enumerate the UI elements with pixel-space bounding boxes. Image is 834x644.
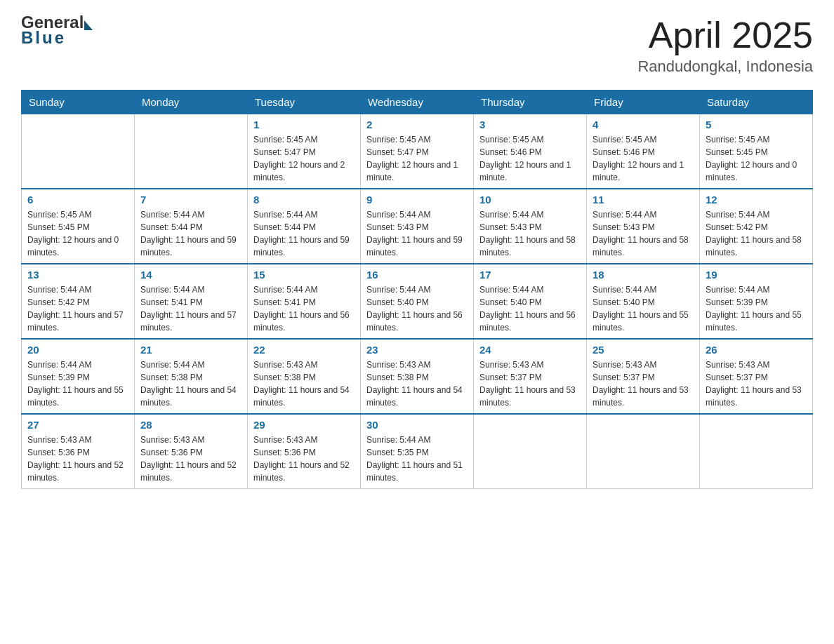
calendar-cell: 1Sunrise: 5:45 AMSunset: 5:47 PMDaylight… bbox=[248, 114, 361, 189]
calendar-cell: 16Sunrise: 5:44 AMSunset: 5:40 PMDayligh… bbox=[361, 264, 474, 339]
day-number: 25 bbox=[593, 344, 694, 356]
day-number: 20 bbox=[27, 344, 128, 356]
day-info: Sunrise: 5:43 AMSunset: 5:36 PMDaylight:… bbox=[253, 434, 355, 484]
month-title: April 2025 bbox=[637, 14, 813, 56]
calendar-cell: 13Sunrise: 5:44 AMSunset: 5:42 PMDayligh… bbox=[22, 264, 135, 339]
calendar-cell bbox=[135, 114, 248, 189]
day-number: 6 bbox=[27, 194, 128, 206]
calendar-cell: 23Sunrise: 5:43 AMSunset: 5:38 PMDayligh… bbox=[361, 339, 474, 414]
calendar-cell bbox=[587, 414, 700, 489]
day-info: Sunrise: 5:44 AMSunset: 5:39 PMDaylight:… bbox=[706, 283, 807, 334]
day-info: Sunrise: 5:43 AMSunset: 5:38 PMDaylight:… bbox=[253, 358, 355, 409]
calendar-cell bbox=[22, 114, 135, 189]
calendar-header-row: SundayMondayTuesdayWednesdayThursdayFrid… bbox=[22, 90, 813, 114]
day-number: 14 bbox=[140, 269, 241, 281]
calendar-cell: 30Sunrise: 5:44 AMSunset: 5:35 PMDayligh… bbox=[361, 414, 474, 489]
day-info: Sunrise: 5:43 AMSunset: 5:36 PMDaylight:… bbox=[140, 434, 241, 484]
day-info: Sunrise: 5:44 AMSunset: 5:40 PMDaylight:… bbox=[593, 283, 694, 334]
calendar-cell: 6Sunrise: 5:45 AMSunset: 5:45 PMDaylight… bbox=[22, 189, 135, 264]
calendar-cell: 3Sunrise: 5:45 AMSunset: 5:46 PMDaylight… bbox=[474, 114, 587, 189]
day-number: 13 bbox=[27, 269, 128, 281]
calendar-cell: 22Sunrise: 5:43 AMSunset: 5:38 PMDayligh… bbox=[248, 339, 361, 414]
calendar-cell: 12Sunrise: 5:44 AMSunset: 5:42 PMDayligh… bbox=[700, 189, 813, 264]
day-number: 3 bbox=[479, 119, 581, 130]
calendar-cell: 26Sunrise: 5:43 AMSunset: 5:37 PMDayligh… bbox=[700, 339, 813, 414]
day-number: 18 bbox=[593, 269, 694, 281]
day-number: 11 bbox=[593, 194, 694, 206]
calendar-cell: 29Sunrise: 5:43 AMSunset: 5:36 PMDayligh… bbox=[248, 414, 361, 489]
calendar-header-wednesday: Wednesday bbox=[361, 90, 474, 114]
day-number: 19 bbox=[706, 269, 807, 281]
calendar-header-tuesday: Tuesday bbox=[248, 90, 361, 114]
day-info: Sunrise: 5:44 AMSunset: 5:44 PMDaylight:… bbox=[253, 208, 355, 259]
day-number: 27 bbox=[27, 419, 128, 431]
day-number: 17 bbox=[479, 269, 581, 281]
calendar-cell: 5Sunrise: 5:45 AMSunset: 5:45 PMDaylight… bbox=[700, 114, 813, 189]
day-number: 16 bbox=[366, 269, 468, 281]
day-info: Sunrise: 5:44 AMSunset: 5:43 PMDaylight:… bbox=[479, 208, 581, 259]
day-info: Sunrise: 5:45 AMSunset: 5:46 PMDaylight:… bbox=[479, 133, 581, 184]
calendar-cell: 20Sunrise: 5:44 AMSunset: 5:39 PMDayligh… bbox=[22, 339, 135, 414]
day-info: Sunrise: 5:44 AMSunset: 5:40 PMDaylight:… bbox=[366, 283, 468, 334]
day-info: Sunrise: 5:44 AMSunset: 5:41 PMDaylight:… bbox=[253, 283, 355, 334]
day-number: 4 bbox=[593, 119, 694, 130]
day-info: Sunrise: 5:43 AMSunset: 5:38 PMDaylight:… bbox=[366, 358, 468, 409]
calendar-header-thursday: Thursday bbox=[474, 90, 587, 114]
day-number: 22 bbox=[253, 344, 355, 356]
calendar-cell: 14Sunrise: 5:44 AMSunset: 5:41 PMDayligh… bbox=[135, 264, 248, 339]
calendar-cell: 2Sunrise: 5:45 AMSunset: 5:47 PMDaylight… bbox=[361, 114, 474, 189]
calendar-week-row: 1Sunrise: 5:45 AMSunset: 5:47 PMDaylight… bbox=[22, 114, 813, 189]
calendar-week-row: 20Sunrise: 5:44 AMSunset: 5:39 PMDayligh… bbox=[22, 339, 813, 414]
day-info: Sunrise: 5:44 AMSunset: 5:38 PMDaylight:… bbox=[140, 358, 241, 409]
calendar-cell bbox=[474, 414, 587, 489]
day-number: 21 bbox=[140, 344, 241, 356]
calendar-header-saturday: Saturday bbox=[700, 90, 813, 114]
calendar-header-monday: Monday bbox=[135, 90, 248, 114]
location-text: Randudongkal, Indonesia bbox=[637, 58, 813, 76]
calendar-cell: 18Sunrise: 5:44 AMSunset: 5:40 PMDayligh… bbox=[587, 264, 700, 339]
day-info: Sunrise: 5:43 AMSunset: 5:37 PMDaylight:… bbox=[706, 358, 807, 409]
calendar-table: SundayMondayTuesdayWednesdayThursdayFrid… bbox=[21, 90, 813, 489]
day-info: Sunrise: 5:44 AMSunset: 5:40 PMDaylight:… bbox=[479, 283, 581, 334]
calendar-cell: 28Sunrise: 5:43 AMSunset: 5:36 PMDayligh… bbox=[135, 414, 248, 489]
day-info: Sunrise: 5:43 AMSunset: 5:37 PMDaylight:… bbox=[479, 358, 581, 409]
day-info: Sunrise: 5:44 AMSunset: 5:43 PMDaylight:… bbox=[366, 208, 468, 259]
calendar-cell: 24Sunrise: 5:43 AMSunset: 5:37 PMDayligh… bbox=[474, 339, 587, 414]
day-number: 7 bbox=[140, 194, 241, 206]
day-number: 23 bbox=[366, 344, 468, 356]
day-info: Sunrise: 5:43 AMSunset: 5:36 PMDaylight:… bbox=[27, 434, 128, 484]
calendar-week-row: 13Sunrise: 5:44 AMSunset: 5:42 PMDayligh… bbox=[22, 264, 813, 339]
day-info: Sunrise: 5:45 AMSunset: 5:47 PMDaylight:… bbox=[366, 133, 468, 184]
calendar-cell: 8Sunrise: 5:44 AMSunset: 5:44 PMDaylight… bbox=[248, 189, 361, 264]
day-info: Sunrise: 5:44 AMSunset: 5:44 PMDaylight:… bbox=[140, 208, 241, 259]
day-info: Sunrise: 5:45 AMSunset: 5:46 PMDaylight:… bbox=[593, 133, 694, 184]
day-info: Sunrise: 5:44 AMSunset: 5:42 PMDaylight:… bbox=[706, 208, 807, 259]
calendar-cell: 11Sunrise: 5:44 AMSunset: 5:43 PMDayligh… bbox=[587, 189, 700, 264]
day-info: Sunrise: 5:45 AMSunset: 5:47 PMDaylight:… bbox=[253, 133, 355, 184]
day-number: 10 bbox=[479, 194, 581, 206]
calendar-cell: 19Sunrise: 5:44 AMSunset: 5:39 PMDayligh… bbox=[700, 264, 813, 339]
day-number: 2 bbox=[366, 119, 468, 130]
day-number: 9 bbox=[366, 194, 468, 206]
day-info: Sunrise: 5:44 AMSunset: 5:41 PMDaylight:… bbox=[140, 283, 241, 334]
day-info: Sunrise: 5:44 AMSunset: 5:35 PMDaylight:… bbox=[366, 434, 468, 484]
calendar-header-friday: Friday bbox=[587, 90, 700, 114]
calendar-cell: 25Sunrise: 5:43 AMSunset: 5:37 PMDayligh… bbox=[587, 339, 700, 414]
calendar-cell: 21Sunrise: 5:44 AMSunset: 5:38 PMDayligh… bbox=[135, 339, 248, 414]
day-number: 24 bbox=[479, 344, 581, 356]
day-number: 1 bbox=[253, 119, 355, 130]
day-info: Sunrise: 5:43 AMSunset: 5:37 PMDaylight:… bbox=[593, 358, 694, 409]
page-header: General Blue April 2025 Randudongkal, In… bbox=[21, 14, 813, 76]
day-info: Sunrise: 5:45 AMSunset: 5:45 PMDaylight:… bbox=[706, 133, 807, 184]
calendar-week-row: 6Sunrise: 5:45 AMSunset: 5:45 PMDaylight… bbox=[22, 189, 813, 264]
calendar-header-sunday: Sunday bbox=[22, 90, 135, 114]
logo-arrow-icon bbox=[84, 20, 93, 30]
day-info: Sunrise: 5:44 AMSunset: 5:39 PMDaylight:… bbox=[27, 358, 128, 409]
day-number: 15 bbox=[253, 269, 355, 281]
calendar-cell: 15Sunrise: 5:44 AMSunset: 5:41 PMDayligh… bbox=[248, 264, 361, 339]
day-number: 5 bbox=[706, 119, 807, 130]
calendar-cell bbox=[700, 414, 813, 489]
calendar-week-row: 27Sunrise: 5:43 AMSunset: 5:36 PMDayligh… bbox=[22, 414, 813, 489]
title-section: April 2025 Randudongkal, Indonesia bbox=[637, 14, 813, 76]
day-number: 8 bbox=[253, 194, 355, 206]
